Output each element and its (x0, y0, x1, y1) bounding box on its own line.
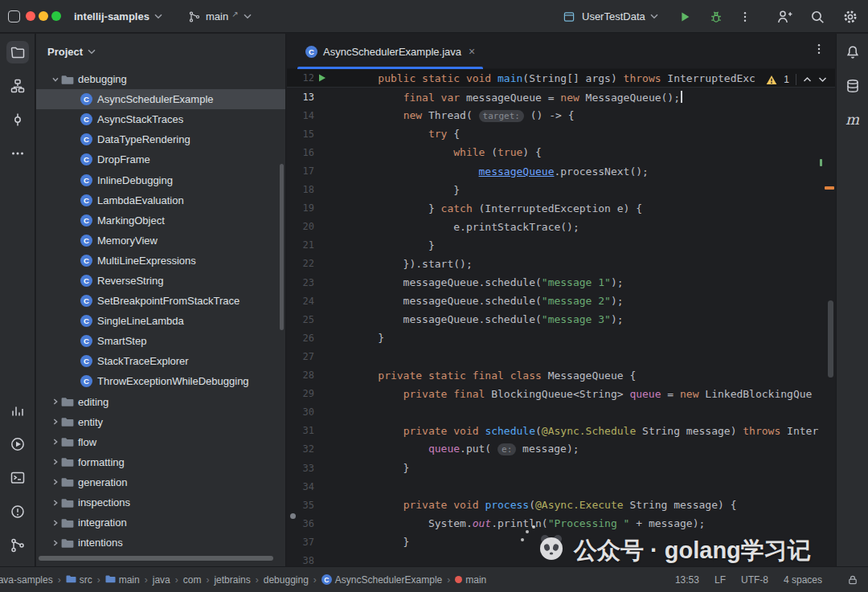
project-panel-header[interactable]: Project (36, 34, 285, 69)
tree-item-ThrowExceptionWhileDebugging[interactable]: CThrowExceptionWhileDebugging (36, 371, 285, 391)
vcs-stripe-mark[interactable] (820, 159, 823, 166)
database-icon[interactable] (841, 75, 864, 97)
line-number[interactable]: 38 (297, 555, 314, 566)
code-line[interactable]: 18 } (287, 181, 835, 199)
vcs-branch-widget[interactable]: main ↗ (188, 0, 252, 33)
line-number[interactable]: 18 (297, 184, 314, 195)
line-number[interactable]: 15 (297, 129, 314, 140)
tree-item-entity[interactable]: entity (36, 412, 285, 432)
chevron-right-icon[interactable] (50, 438, 61, 446)
previous-problem-icon[interactable] (803, 76, 812, 83)
tree-item-AsyncSchedulerExample[interactable]: CAsyncSchedulerExample (36, 89, 285, 109)
tab-options-icon[interactable] (813, 43, 825, 55)
breadcrumb-item[interactable]: debugging (262, 574, 310, 586)
line-separator[interactable]: LF (714, 574, 726, 586)
run-button[interactable] (678, 10, 692, 24)
code-line[interactable]: 16 while (true) { (287, 143, 835, 161)
tree-item-StackTraceExplorer[interactable]: CStackTraceExplorer (36, 351, 285, 371)
line-number[interactable]: 14 (297, 110, 314, 121)
code-line[interactable]: 20 e.printStackTrace(); (287, 218, 835, 236)
tree-item-SmartStep[interactable]: CSmartStep (36, 331, 285, 351)
tree-item-intentions[interactable]: intentions (36, 533, 285, 553)
indent-style[interactable]: 4 spaces (784, 574, 822, 586)
line-number[interactable]: 27 (297, 351, 314, 362)
breadcrumb-item[interactable]: jetbrains (212, 574, 252, 586)
gear-icon[interactable] (842, 9, 858, 25)
profiler-icon[interactable] (6, 399, 29, 422)
terminal-icon[interactable] (6, 467, 29, 489)
tree-item-MemoryView[interactable]: CMemoryView (36, 231, 285, 251)
code-line[interactable]: 35 private void process(@Async.Execute S… (287, 496, 835, 514)
line-number[interactable]: 32 (297, 443, 314, 455)
notifications-icon[interactable] (841, 41, 864, 63)
line-number[interactable]: 37 (297, 537, 314, 548)
next-problem-icon[interactable] (818, 76, 827, 83)
tree-item-flow[interactable]: flow (36, 432, 285, 452)
project-vertical-scrollbar[interactable] (280, 164, 284, 330)
line-number[interactable]: 29 (297, 388, 314, 399)
code-line[interactable]: 32 queue.put( e: message); (287, 440, 835, 459)
inspections-widget[interactable]: 1 (766, 71, 827, 88)
close-tab-icon[interactable]: × (469, 45, 475, 58)
tree-item-InlineDebugging[interactable]: CInlineDebugging (36, 169, 285, 190)
chevron-right-icon[interactable] (50, 539, 61, 547)
commit-icon[interactable] (6, 108, 29, 131)
breadcrumb-item[interactable]: java-samples (0, 574, 55, 586)
line-number[interactable]: 23 (297, 277, 314, 288)
code-with-me-icon[interactable] (776, 9, 792, 25)
code-line[interactable]: 28 private static final class MessageQue… (287, 366, 835, 385)
tree-item-SetBreakpointFromStackTrace[interactable]: CSetBreakpointFromStackTrace (36, 291, 285, 311)
line-number[interactable]: 31 (297, 425, 314, 436)
code-line[interactable]: 19 } catch (InterruptedException e) { (287, 199, 835, 218)
breadcrumb-item[interactable]: main (453, 574, 488, 586)
line-number[interactable]: 36 (297, 518, 314, 529)
caret-position[interactable]: 13:53 (675, 574, 699, 586)
editor-scrollbar[interactable] (828, 300, 833, 378)
chevron-right-icon[interactable] (50, 478, 61, 486)
chevron-right-icon[interactable] (50, 519, 61, 527)
close-window-button[interactable] (26, 11, 35, 21)
structure-icon[interactable] (6, 75, 29, 97)
code-line[interactable]: 33 } (287, 459, 835, 477)
warning-stripe-mark[interactable] (825, 186, 834, 190)
splitter-handle[interactable] (290, 513, 296, 519)
chevron-right-icon[interactable] (50, 418, 61, 426)
chevron-right-icon[interactable] (50, 458, 61, 466)
project-selector[interactable]: intellij-samples (74, 0, 162, 33)
code-line[interactable]: 30 (287, 403, 835, 422)
line-number[interactable]: 12 (297, 72, 314, 84)
code-line[interactable]: 38 (287, 551, 835, 566)
line-number[interactable]: 24 (297, 296, 314, 307)
tree-item-generation[interactable]: generation (36, 472, 285, 492)
code-line[interactable]: 15 try { (287, 125, 835, 143)
chevron-down-icon[interactable] (50, 76, 61, 84)
code-line[interactable]: 29 private final BlockingQueue<String> q… (287, 385, 835, 403)
code-line[interactable]: 31 private void schedule(@Async.Schedule… (287, 422, 835, 440)
chevron-right-icon[interactable] (50, 499, 61, 507)
line-number[interactable]: 16 (297, 147, 314, 158)
tree-item-ReverseString[interactable]: CReverseString (36, 271, 285, 291)
code-line[interactable]: 17 messageQueue.processNext(); (287, 161, 835, 180)
code-lines[interactable]: 12 public static void main(String[] args… (287, 69, 835, 566)
tree-item-integration[interactable]: integration (36, 512, 285, 533)
breadcrumb-item[interactable]: src (64, 574, 94, 586)
chevron-down-icon[interactable] (650, 14, 658, 19)
line-number[interactable]: 33 (297, 463, 314, 474)
line-number[interactable]: 20 (297, 221, 314, 232)
code-line[interactable]: 23 messageQueue.schedule("message 1"); (287, 273, 835, 292)
line-number[interactable]: 25 (297, 314, 314, 325)
more-icon[interactable] (6, 142, 29, 165)
run-config-name[interactable]: UserTestData (582, 10, 645, 22)
code-line[interactable]: 22 }).start(); (287, 255, 835, 273)
project-folder-icon[interactable] (6, 41, 29, 63)
line-number[interactable]: 22 (297, 258, 314, 269)
project-horizontal-scrollbar[interactable] (39, 556, 273, 561)
git-icon[interactable] (6, 534, 29, 557)
code-line[interactable]: 36 System.out.println("Processing " + me… (287, 514, 835, 533)
line-number[interactable]: 26 (297, 333, 314, 344)
tree-item-DataTypeRendering[interactable]: CDataTypeRendering (36, 129, 285, 149)
zoom-window-button[interactable] (51, 11, 61, 21)
breadcrumb-item[interactable]: com (182, 574, 203, 586)
code-line[interactable]: 14 new Thread( target: () -> { (287, 106, 835, 125)
more-actions-icon[interactable] (739, 10, 751, 23)
